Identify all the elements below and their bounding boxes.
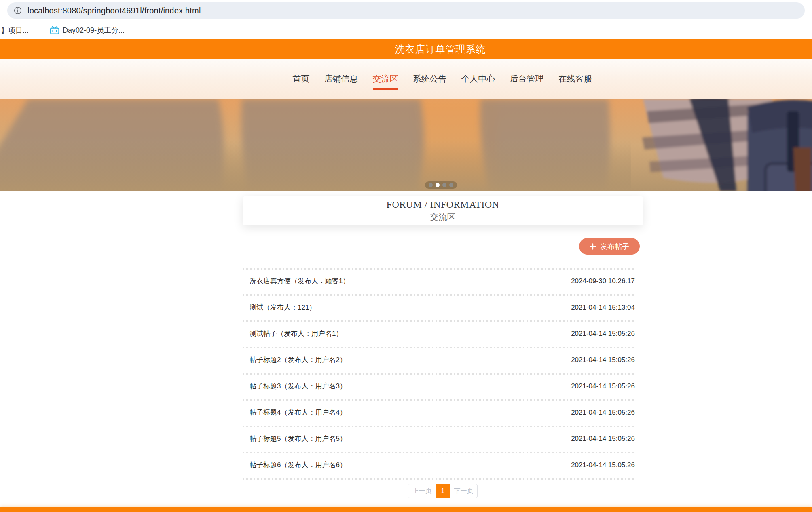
nav-item[interactable]: 店铺信息 (324, 73, 358, 90)
nav-band: 首页 店铺信息 交流区 系统公告 个人中心 后台管理 在线客服 (0, 59, 812, 99)
post-row[interactable]: 洗衣店真方便（发布人：顾客1） 2024-09-30 10:26:17 (243, 268, 643, 294)
carousel-dots (425, 181, 457, 189)
main-content: FORUM / INFORMATION 交流区 发布帖子 洗衣店真方便（发布人：… (243, 196, 643, 507)
site-title: 洗衣店订单管理系统 (395, 43, 486, 56)
post-title: 帖子标题3（发布人：用户名3） (250, 381, 347, 391)
pagination-row: 上一页 1 下一页 (243, 484, 643, 498)
new-post-label: 发布帖子 (600, 242, 629, 251)
post-row[interactable]: 帖子标题2（发布人：用户名2） 2021-04-14 15:05:26 (243, 347, 643, 373)
post-timestamp: 2021-04-14 15:05:26 (571, 461, 635, 469)
post-timestamp: 2021-04-14 15:05:26 (571, 435, 635, 443)
next-page-button[interactable]: 下一页 (450, 484, 477, 498)
bilibili-icon (50, 26, 59, 34)
pagination: 上一页 1 下一页 (408, 484, 478, 498)
post-timestamp: 2021-04-14 15:05:26 (571, 356, 635, 364)
main-nav: 首页 店铺信息 交流区 系统公告 个人中心 后台管理 在线客服 (293, 73, 592, 99)
post-timestamp: 2024-09-30 10:26:17 (571, 277, 635, 285)
nav-item[interactable]: 后台管理 (510, 73, 544, 90)
bookmark-label: Day02-09-员工分... (63, 25, 125, 35)
site-footer (0, 507, 812, 512)
hero-banner-image (0, 99, 812, 191)
post-title: 帖子标题5（发布人：用户名5） (250, 434, 347, 443)
post-title: 洗衣店真方便（发布人：顾客1） (250, 276, 349, 286)
post-row[interactable]: 帖子标题4（发布人：用户名4） 2021-04-14 15:05:26 (243, 399, 643, 426)
section-title: 交流区 (430, 211, 456, 223)
post-title: 测试帖子（发布人：用户名1） (250, 329, 343, 338)
post-row[interactable]: 帖子标题6（发布人：用户名6） 2021-04-14 15:05:26 (243, 452, 643, 478)
site-header: 洗衣店订单管理系统 (0, 39, 812, 59)
section-header-card: FORUM / INFORMATION 交流区 (243, 196, 643, 225)
plus-icon (590, 243, 596, 250)
prev-page-button[interactable]: 上一页 (408, 484, 436, 498)
post-row[interactable]: 测试帖子（发布人：用户名1） 2021-04-14 15:05:26 (243, 320, 643, 347)
new-post-button[interactable]: 发布帖子 (579, 238, 640, 255)
nav-item[interactable]: 交流区 (373, 73, 398, 90)
carousel-dot[interactable] (449, 183, 453, 187)
nav-item[interactable]: 首页 (293, 73, 310, 90)
url-text[interactable]: localhost:8080/springboot4691l/front/ind… (27, 6, 201, 15)
bookmark-day02[interactable]: Day02-09-员工分... (50, 25, 125, 35)
post-title: 帖子标题4（发布人：用户名4） (250, 408, 347, 417)
post-timestamp: 2021-04-14 15:05:26 (571, 382, 635, 390)
post-title: 帖子标题6（发布人：用户名6） (250, 460, 347, 470)
url-bar[interactable]: localhost:8080/springboot4691l/front/ind… (7, 2, 805, 19)
section-eyebrow: FORUM / INFORMATION (387, 199, 499, 210)
bookmarks-bar: 】项目... Day02-09-员工分... (0, 21, 812, 39)
carousel-dot[interactable] (436, 183, 440, 187)
post-title: 帖子标题2（发布人：用户名2） (250, 355, 347, 365)
carousel-dot[interactable] (429, 183, 433, 187)
current-page-button[interactable]: 1 (436, 484, 450, 498)
bookmark-project[interactable]: 】项目... (1, 25, 29, 35)
post-list: 洗衣店真方便（发布人：顾客1） 2024-09-30 10:26:17 测试（发… (243, 268, 643, 480)
nav-item[interactable]: 个人中心 (461, 73, 495, 90)
post-row[interactable]: 测试（发布人：121） 2021-04-14 15:13:04 (243, 294, 643, 320)
post-timestamp: 2021-04-14 15:05:26 (571, 330, 635, 338)
page-info-icon[interactable] (14, 6, 22, 15)
carousel-dot[interactable] (442, 183, 446, 187)
bookmark-label: 】项目... (1, 25, 29, 35)
post-timestamp: 2021-04-14 15:05:26 (571, 409, 635, 417)
actions-row: 发布帖子 (243, 238, 643, 255)
post-row[interactable]: 帖子标题5（发布人：用户名5） 2021-04-14 15:05:26 (243, 426, 643, 452)
post-timestamp: 2021-04-14 15:13:04 (571, 303, 635, 312)
post-row[interactable]: 帖子标题3（发布人：用户名3） 2021-04-14 15:05:26 (243, 373, 643, 399)
nav-item[interactable]: 在线客服 (558, 73, 592, 90)
browser-toolbar: localhost:8080/springboot4691l/front/ind… (0, 0, 812, 21)
hero-carousel (0, 99, 812, 191)
post-title: 测试（发布人：121） (250, 303, 316, 312)
nav-item[interactable]: 系统公告 (413, 73, 447, 90)
